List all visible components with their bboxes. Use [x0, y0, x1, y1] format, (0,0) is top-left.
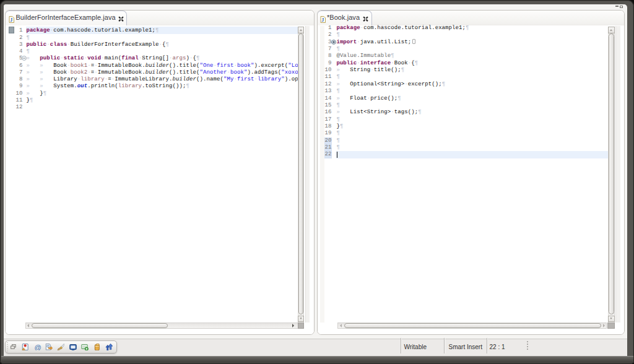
svg-text:@: @ [35, 344, 41, 351]
svg-text:J: J [321, 17, 324, 22]
svg-text:J: J [10, 17, 12, 22]
